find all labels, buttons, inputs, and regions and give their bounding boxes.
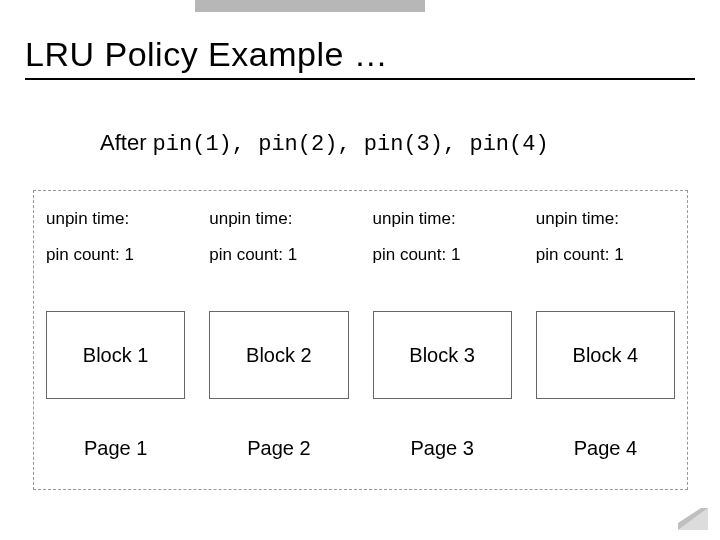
buffer-column: unpin time: pin count: 1 Block 3 Page 3 xyxy=(361,191,524,489)
pin-count-prefix: pin count: xyxy=(209,245,287,264)
pin-count-prefix: pin count: xyxy=(46,245,124,264)
buffer-column: unpin time: pin count: 1 Block 2 Page 2 xyxy=(197,191,360,489)
unpin-time-label: unpin time: xyxy=(46,209,185,229)
page-label: Page 3 xyxy=(361,437,524,460)
pin-count-label: pin count: 1 xyxy=(209,245,348,265)
page-label: Page 1 xyxy=(34,437,197,460)
decorative-top-bar xyxy=(195,0,425,12)
page-curl-icon xyxy=(678,508,708,530)
page-label: Page 4 xyxy=(524,437,687,460)
buffer-column: unpin time: pin count: 1 Block 4 Page 4 xyxy=(524,191,687,489)
unpin-time-label: unpin time: xyxy=(209,209,348,229)
pin-count-value: 1 xyxy=(124,245,133,264)
page-label: Page 2 xyxy=(197,437,360,460)
slide-subtitle: After pin(1), pin(2), pin(3), pin(4) xyxy=(100,130,549,157)
subtitle-code: pin(1), pin(2), pin(3), pin(4) xyxy=(153,132,549,157)
block-box: Block 4 xyxy=(536,311,675,399)
block-box: Block 3 xyxy=(373,311,512,399)
pin-count-prefix: pin count: xyxy=(373,245,451,264)
pin-count-prefix: pin count: xyxy=(536,245,614,264)
block-box: Block 1 xyxy=(46,311,185,399)
buffer-pool-frame: unpin time: pin count: 1 Block 1 Page 1 … xyxy=(33,190,688,490)
pin-count-value: 1 xyxy=(451,245,460,264)
unpin-time-label: unpin time: xyxy=(373,209,512,229)
pin-count-label: pin count: 1 xyxy=(536,245,675,265)
unpin-time-label: unpin time: xyxy=(536,209,675,229)
block-box: Block 2 xyxy=(209,311,348,399)
subtitle-prefix: After xyxy=(100,130,153,155)
buffer-columns: unpin time: pin count: 1 Block 1 Page 1 … xyxy=(34,191,687,489)
buffer-column: unpin time: pin count: 1 Block 1 Page 1 xyxy=(34,191,197,489)
pin-count-label: pin count: 1 xyxy=(373,245,512,265)
pin-count-label: pin count: 1 xyxy=(46,245,185,265)
pin-count-value: 1 xyxy=(288,245,297,264)
slide-title: LRU Policy Example … xyxy=(25,35,695,80)
pin-count-value: 1 xyxy=(614,245,623,264)
